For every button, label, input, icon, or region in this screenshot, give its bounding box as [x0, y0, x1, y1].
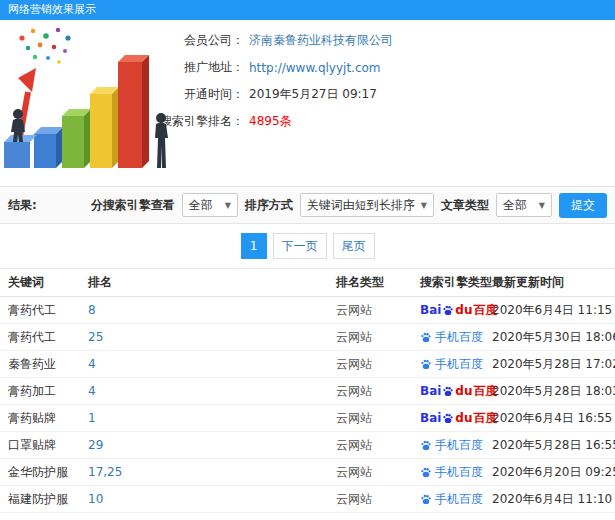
- table-row: 膏药代工 25 云网站 手机百度 2020年5月30日 18:06: [0, 324, 615, 351]
- cell-rank-type: 云网站: [336, 464, 420, 481]
- cell-update-time: 2020年6月4日 16:55: [492, 410, 615, 427]
- open-time-value: 2019年5月27日 09:17: [249, 86, 377, 103]
- cell-update-time: 2020年5月28日 16:55: [492, 437, 615, 454]
- cell-keyword: 秦鲁药业: [0, 356, 88, 373]
- promo-url-label: 推广地址：: [148, 59, 244, 76]
- table-row: 金华防护服 17,25 云网站 手机百度 2020年6月20日 09:25: [0, 459, 615, 486]
- col-header-rank-type: 排名类型: [336, 274, 420, 291]
- result-label: 结果:: [8, 197, 37, 214]
- cell-engine: 手机百度: [420, 356, 492, 373]
- chart-bars: [34, 55, 149, 168]
- cell-engine: 手机百度: [420, 437, 492, 454]
- cell-engine: Baidu百度: [420, 302, 492, 319]
- table-row: 膏药加工 4 云网站 Baidu百度 2020年5月28日 18:03: [0, 378, 615, 405]
- submit-button[interactable]: 提交: [559, 193, 607, 218]
- open-time-row: 开通时间： 2019年5月27日 09:17: [148, 81, 393, 108]
- engine-filter-select[interactable]: 全部 ▼: [182, 193, 238, 217]
- cell-rank-type: 云网站: [336, 491, 420, 508]
- baidu-mobile-logo: 手机百度: [420, 491, 483, 508]
- baidu-paw-icon: [442, 412, 454, 424]
- cell-update-time: 2020年6月4日 11:10: [492, 491, 615, 508]
- chevron-down-icon: ▼: [225, 201, 231, 210]
- member-company-row: 会员公司： 济南秦鲁药业科技有限公司: [148, 27, 393, 54]
- cell-rank-type: 云网站: [336, 383, 420, 400]
- member-company-label: 会员公司：: [148, 32, 244, 49]
- baidu-mobile-logo: 手机百度: [420, 356, 483, 373]
- cell-engine: 手机百度: [420, 464, 492, 481]
- sort-filter-select[interactable]: 关键词由短到长排序 ▼: [300, 193, 434, 217]
- next-page-button[interactable]: 下一页: [273, 233, 327, 259]
- table-row: 膏药贴牌 1 云网站 Baidu百度 2020年6月4日 16:55: [0, 405, 615, 432]
- engine-filter-value: 全部: [189, 197, 213, 214]
- cell-rank-link[interactable]: 17,25: [88, 465, 336, 479]
- cell-engine: Baidu百度: [420, 410, 492, 427]
- open-time-label: 开通时间：: [148, 86, 244, 103]
- cell-keyword: 金华防护服: [0, 464, 88, 481]
- baidu-paw-icon: [420, 466, 432, 478]
- member-info: 会员公司： 济南秦鲁药业科技有限公司 推广地址： http://www.qlyy…: [148, 27, 393, 135]
- table-row: 手机百度: [0, 513, 615, 520]
- filter-controls: 分搜索引擎查看 全部 ▼ 排序方式 关键词由短到长排序 ▼ 文章类型 全部 ▼ …: [91, 193, 607, 218]
- promo-url-link[interactable]: http://www.qlyyjt.com: [249, 61, 381, 75]
- cell-keyword: 膏药加工: [0, 383, 88, 400]
- cell-update-time: 2020年5月30日 18:06: [492, 329, 615, 346]
- cell-rank-type: 云网站: [336, 356, 420, 373]
- article-type-label: 文章类型: [441, 197, 489, 214]
- col-header-rank: 排名: [88, 274, 336, 291]
- cell-engine: Baidu百度: [420, 383, 492, 400]
- cell-rank-link[interactable]: 25: [88, 330, 336, 344]
- table-row: 秦鲁药业 4 云网站 手机百度 2020年5月28日 17:02: [0, 351, 615, 378]
- cell-rank-type: 云网站: [336, 302, 420, 319]
- cell-engine: 手机百度: [420, 329, 492, 346]
- baidu-mobile-logo: 手机百度: [420, 437, 483, 454]
- cell-rank-link[interactable]: 1: [88, 411, 336, 425]
- chevron-down-icon: ▼: [421, 201, 427, 210]
- cell-update-time: 2020年5月28日 17:02: [492, 356, 615, 373]
- cell-rank-type: 云网站: [336, 410, 420, 427]
- baidu-pc-logo: Baidu百度: [420, 410, 498, 427]
- confetti-dots: [19, 28, 70, 64]
- chevron-down-icon: ▼: [539, 201, 545, 210]
- engine-filter-label: 分搜索引擎查看: [91, 197, 175, 214]
- left-figure: [4, 109, 37, 168]
- page-title: 网络营销效果展示: [8, 3, 96, 16]
- baidu-paw-icon: [420, 493, 432, 505]
- pagination: 1 下一页 尾页: [0, 224, 615, 268]
- cell-rank-link[interactable]: 4: [88, 384, 336, 398]
- baidu-pc-logo: Baidu百度: [420, 383, 498, 400]
- cell-keyword: 福建防护服: [0, 491, 88, 508]
- baidu-paw-icon: [442, 385, 454, 397]
- sort-filter-value: 关键词由短到长排序: [307, 197, 415, 214]
- article-type-select[interactable]: 全部 ▼: [496, 193, 552, 217]
- promo-url-row: 推广地址： http://www.qlyyjt.com: [148, 54, 393, 81]
- cell-keyword: 膏药贴牌: [0, 410, 88, 427]
- cell-rank-type: 云网站: [336, 437, 420, 454]
- cell-keyword: 口罩贴牌: [0, 437, 88, 454]
- table-row: 福建防护服 10 云网站 手机百度 2020年6月4日 11:10: [0, 486, 615, 513]
- last-page-button[interactable]: 尾页: [333, 233, 375, 259]
- rank-count-value: 4895条: [249, 113, 292, 130]
- cell-rank-link[interactable]: 29: [88, 438, 336, 452]
- window-titlebar: 网络营销效果展示: [0, 0, 615, 20]
- baidu-pc-logo: Baidu百度: [420, 302, 498, 319]
- article-type-value: 全部: [503, 197, 527, 214]
- page-1-current[interactable]: 1: [241, 233, 267, 259]
- member-company-link[interactable]: 济南秦鲁药业科技有限公司: [249, 32, 393, 49]
- baidu-paw-icon: [420, 358, 432, 370]
- results-table: 关键词 排名 排名类型 搜索引擎类型 最新更新时间 膏药代工 8 云网站 Bai…: [0, 268, 615, 520]
- rank-count-row: 搜索引擎排名： 4895条: [148, 108, 393, 135]
- sort-filter-label: 排序方式: [245, 197, 293, 214]
- filter-bar: 结果: 分搜索引擎查看 全部 ▼ 排序方式 关键词由短到长排序 ▼ 文章类型 全…: [0, 186, 615, 224]
- cell-rank-link[interactable]: 4: [88, 357, 336, 371]
- table-row: 膏药代工 8 云网站 Baidu百度 2020年6月4日 11:15: [0, 297, 615, 324]
- baidu-mobile-logo: 手机百度: [420, 464, 483, 481]
- baidu-mobile-logo: 手机百度: [420, 329, 483, 346]
- cell-rank-link[interactable]: 8: [88, 303, 336, 317]
- table-body: 膏药代工 8 云网站 Baidu百度 2020年6月4日 11:15 膏药代工 …: [0, 297, 615, 520]
- cell-rank-link[interactable]: 10: [88, 492, 336, 506]
- cell-engine: 手机百度: [420, 491, 492, 508]
- col-header-update-time: 最新更新时间: [492, 274, 615, 291]
- col-header-keyword: 关键词: [0, 274, 88, 291]
- cell-update-time: 2020年5月28日 18:03: [492, 383, 615, 400]
- cell-rank-type: 云网站: [336, 329, 420, 346]
